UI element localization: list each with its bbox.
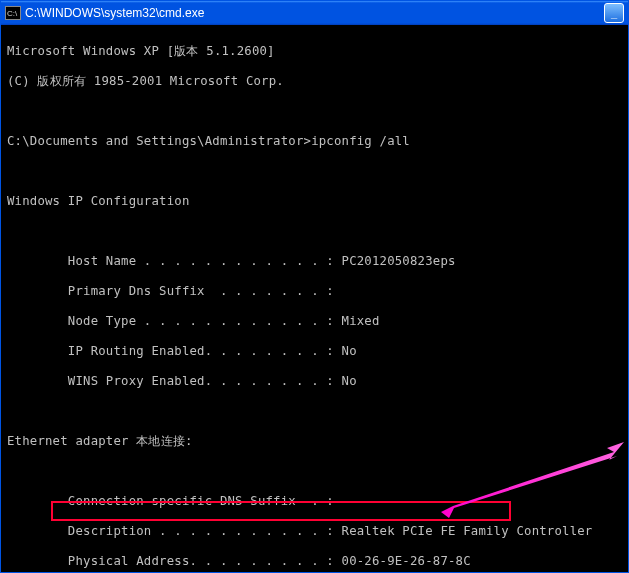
window-title: C:\WINDOWS\system32\cmd.exe [25, 6, 602, 20]
line-blank [7, 164, 622, 179]
console-output[interactable]: Microsoft Windows XP [版本 5.1.2600] (C) 版… [1, 25, 628, 572]
line-primary-dns: Primary Dns Suffix . . . . . . . : [7, 284, 622, 299]
line-blank [7, 404, 622, 419]
line-host-name: Host Name . . . . . . . . . . . . : PC20… [7, 254, 622, 269]
line-eth-phys: Physical Address. . . . . . . . . : 00-2… [7, 554, 622, 569]
line-prompt: C:\Documents and Settings\Administrator>… [7, 134, 622, 149]
titlebar[interactable]: C:\ C:\WINDOWS\system32\cmd.exe _ [1, 1, 628, 25]
cmd-icon: C:\ [5, 6, 21, 20]
line-ip-routing: IP Routing Enabled. . . . . . . . : No [7, 344, 622, 359]
line-ipcfg-title: Windows IP Configuration [7, 194, 622, 209]
line-header2: (C) 版权所有 1985-2001 Microsoft Corp. [7, 74, 622, 89]
line-eth-title: Ethernet adapter 本地连接: [7, 434, 622, 449]
line-blank [7, 224, 622, 239]
line-eth-desc: Description . . . . . . . . . . . : Real… [7, 524, 622, 539]
line-eth-dns-suffix: Connection-specific DNS Suffix . : [7, 494, 622, 509]
line-wins-proxy: WINS Proxy Enabled. . . . . . . . : No [7, 374, 622, 389]
line-node-type: Node Type . . . . . . . . . . . . : Mixe… [7, 314, 622, 329]
line-header1: Microsoft Windows XP [版本 5.1.2600] [7, 44, 622, 59]
line-blank [7, 104, 622, 119]
minimize-button[interactable]: _ [604, 3, 624, 23]
cmd-window: C:\ C:\WINDOWS\system32\cmd.exe _ Micros… [0, 0, 629, 573]
line-blank [7, 464, 622, 479]
